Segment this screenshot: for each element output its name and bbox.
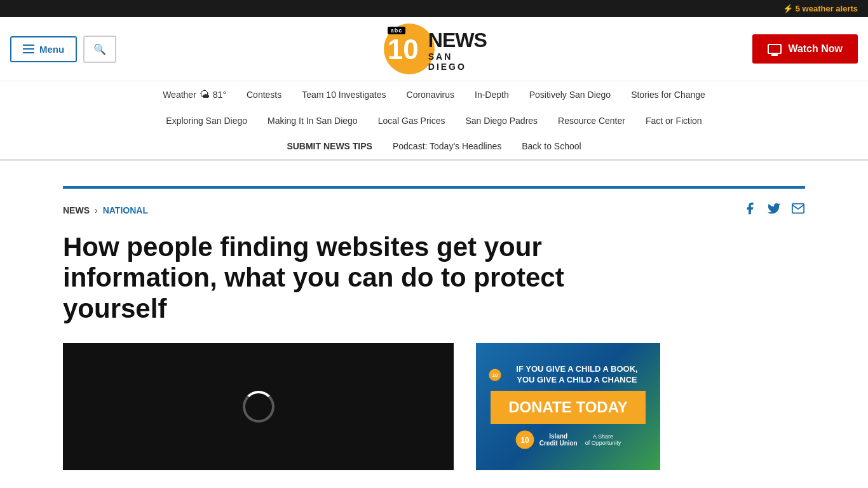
nav-item-coronavirus[interactable]: Coronavirus [397,82,465,107]
site-header: Menu 🔍 abc 10 NEWS SAN DIEGO Watch Now [0,17,868,81]
video-loading-spinner [243,391,275,423]
nav-item-exploring[interactable]: Exploring San Diego [156,108,257,133]
search-button[interactable]: 🔍 [83,36,116,63]
svg-text:10: 10 [492,372,498,378]
cloud-icon: 🌤 [200,89,210,100]
nav-item-tips[interactable]: SUBMIT NEWS TIPS [276,133,383,159]
logo-news-main: NEWS [428,30,487,50]
nav-item-resource[interactable]: Resource Center [548,108,635,133]
ad-sub-text: IslandCredit Union [539,433,578,447]
nav-item-making[interactable]: Making It In San Diego [257,108,368,133]
breadcrumb: NEWS › NATIONAL [63,201,805,219]
share-email[interactable] [791,201,805,219]
svg-text:10: 10 [520,435,529,444]
nav-item-weather[interactable]: Weather 🌤 81° [153,81,236,108]
article-sidebar: 10 IF YOU GIVE A CHILD A BOOK, YOU GIVE … [476,343,667,470]
article-main [63,343,457,470]
watch-now-button[interactable]: Watch Now [752,34,858,64]
menu-button[interactable]: Menu [10,36,77,62]
weather-temp: 81° [213,90,226,100]
article-area: NEWS › NATIONAL How people finding websi [63,189,805,483]
content-wrapper: NEWS › NATIONAL How people finding websi [53,173,815,488]
nav-row-1: Weather 🌤 81° Contests Team 10 Investiga… [0,81,868,108]
article-title: How people finding websites get your inf… [63,232,584,324]
site-logo[interactable]: abc 10 NEWS SAN DIEGO [384,24,485,74]
weather-label: Weather [163,90,196,100]
article-layout: 10 IF YOU GIVE A CHILD A BOOK, YOU GIVE … [63,343,805,470]
logo-10-text: 10 [388,36,419,64]
weather-alert-text: 5 weather alerts [796,4,858,13]
ad-box: 10 IF YOU GIVE A CHILD A BOOK, YOU GIVE … [476,343,660,470]
breadcrumb-separator: › [95,205,98,215]
breadcrumb-news[interactable]: NEWS [63,205,90,215]
search-icon: 🔍 [93,44,106,55]
logo-area: abc 10 NEWS SAN DIEGO [116,24,752,74]
main-nav: Weather 🌤 81° Contests Team 10 Investiga… [0,81,868,159]
nav-row-2: Exploring San Diego Making It In San Die… [0,108,868,133]
ad-top-text: IF YOU GIVE A CHILD A BOOK, YOU GIVE A C… [506,364,648,386]
weather-alert-bar[interactable]: ⚡ 5 weather alerts [0,0,868,17]
logo-san-diego: SAN DIEGO [428,51,487,72]
nav-item-factfiction[interactable]: Fact or Fiction [635,108,712,133]
nav-item-padres[interactable]: San Diego Padres [455,108,548,133]
weather-alert-link[interactable]: 5 weather alerts [796,4,858,13]
nav-item-positively[interactable]: Positively San Diego [519,82,621,107]
main-content: NEWS › NATIONAL How people finding websi [0,161,868,488]
header-left: Menu 🔍 [10,36,116,63]
share-twitter[interactable] [767,201,781,219]
article-video-player[interactable] [63,343,454,470]
nav-item-stories[interactable]: Stories for Change [621,82,715,107]
menu-label: Menu [39,44,64,55]
nav-item-gas[interactable]: Local Gas Prices [368,108,456,133]
watch-now-label: Watch Now [788,43,843,55]
nav-item-contests[interactable]: Contests [236,82,292,107]
hamburger-icon [23,44,34,53]
nav-item-team10[interactable]: Team 10 Investigates [292,82,396,107]
nav-item-school[interactable]: Back to School [512,133,591,159]
logo-news-area: NEWS SAN DIEGO [428,30,487,72]
ad-donate-button[interactable]: DONATE TODAY [491,391,646,424]
share-facebook[interactable] [743,201,757,219]
lightning-icon: ⚡ [783,4,793,13]
nav-item-indepth[interactable]: In-Depth [465,82,519,107]
nav-item-podcast[interactable]: Podcast: Today's Headlines [383,133,512,159]
share-icons [743,201,805,219]
tv-icon [768,44,782,54]
breadcrumb-national[interactable]: NATIONAL [103,205,148,215]
nav-row-3: SUBMIT NEWS TIPS Podcast: Today's Headli… [0,133,868,159]
